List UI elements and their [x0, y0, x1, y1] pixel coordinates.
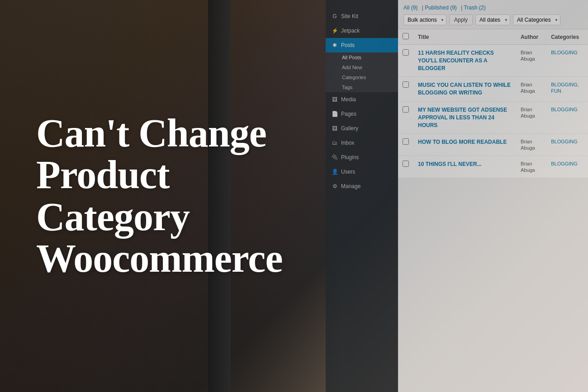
filter-bar: All (9) | Published (9) | Trash (2) Bulk… [398, 0, 588, 29]
title-line4: Woocommerce [36, 236, 282, 280]
post-author: Brian Abuga [521, 50, 535, 61]
row-title-cell: MY NEW WEBSITE GOT ADSENSE APPROVAL IN L… [413, 101, 516, 133]
row-checkbox-cell [398, 77, 413, 102]
filter-actions: Bulk actions Apply All dates All Categor… [403, 14, 583, 25]
all-dates-wrap: All dates [475, 14, 510, 25]
categories-header: Categories [546, 29, 588, 45]
row-categories-cell: BLOGGING [546, 156, 588, 178]
table-header-row: Title Author Categories [398, 29, 588, 45]
posts-table: Title Author Categories 11 HARSH REALITY… [398, 29, 588, 178]
filter-tabs: All (9) | Published (9) | Trash (2) [403, 5, 583, 11]
bulk-actions-wrap: Bulk actions [403, 14, 446, 25]
post-author: Brian Abuga [521, 161, 535, 173]
wp-main-content: All (9) | Published (9) | Trash (2) Bulk… [398, 0, 588, 392]
title-line1: Can't Change [36, 111, 266, 155]
submenu-tags[interactable]: Tags [337, 82, 398, 92]
filter-published[interactable]: Published (9) [425, 5, 457, 11]
table-row: HOW TO BLOG MORE READABLE Brian Abuga BL… [398, 134, 588, 156]
row-checkbox[interactable] [403, 106, 409, 113]
wordpress-screen: G Site Kit ⚡ Jetpack ✱ Posts All Posts A… [326, 0, 588, 392]
row-categories-cell: BLOGGING [546, 45, 588, 77]
submenu-categories[interactable]: Categories [337, 72, 398, 82]
table-row: 10 THINGS I'LL NEVER... Brian Abuga BLOG… [398, 156, 588, 178]
row-checkbox-cell [398, 101, 413, 133]
post-title[interactable]: 10 THINGS I'LL NEVER... [418, 161, 482, 167]
row-categories-cell: BLOGGING [546, 101, 588, 133]
row-checkbox-cell [398, 156, 413, 178]
post-category[interactable]: BLOGGING [551, 139, 578, 144]
post-author: Brian Abuga [521, 139, 535, 151]
submenu-add-new[interactable]: Add New [337, 62, 398, 72]
apply-button[interactable]: Apply [449, 14, 473, 25]
title-line2: Product [36, 153, 169, 197]
title-header: Title [413, 29, 516, 45]
post-category[interactable]: BLOGGING [551, 107, 578, 112]
post-category[interactable]: BLOGGING, FUN [551, 82, 579, 94]
post-category[interactable]: BLOGGING [551, 161, 578, 166]
row-categories-cell: BLOGGING [546, 134, 588, 156]
table-row: MUSIC YOU CAN LISTEN TO WHILE BLOGGING O… [398, 77, 588, 102]
post-author: Brian Abuga [521, 107, 535, 118]
all-dates-select[interactable]: All dates [475, 14, 510, 25]
row-categories-cell: BLOGGING, FUN [546, 77, 588, 102]
post-title[interactable]: MY NEW WEBSITE GOT ADSENSE APPROVAL IN L… [418, 107, 507, 128]
row-author-cell: Brian Abuga [516, 101, 546, 133]
row-author-cell: Brian Abuga [516, 77, 546, 102]
post-category[interactable]: BLOGGING [551, 50, 578, 55]
row-title-cell: HOW TO BLOG MORE READABLE [413, 134, 516, 156]
post-title[interactable]: 11 HARSH REALITY CHECKS YOU'LL ENCOUNTER… [418, 50, 494, 71]
post-title[interactable]: HOW TO BLOG MORE READABLE [418, 139, 507, 145]
title-line3: Category [36, 195, 190, 239]
post-title[interactable]: MUSIC YOU CAN LISTEN TO WHILE BLOGGING O… [418, 82, 511, 96]
row-checkbox[interactable] [403, 49, 409, 56]
filter-all[interactable]: All (9) [403, 5, 417, 11]
table-row: MY NEW WEBSITE GOT ADSENSE APPROVAL IN L… [398, 101, 588, 133]
row-checkbox[interactable] [403, 138, 409, 145]
row-checkbox-cell [398, 134, 413, 156]
row-author-cell: Brian Abuga [516, 45, 546, 77]
select-all-checkbox[interactable] [403, 33, 409, 39]
main-title: Can't Change Product Category Woocommerc… [36, 113, 282, 280]
row-title-cell: MUSIC YOU CAN LISTEN TO WHILE BLOGGING O… [413, 77, 516, 102]
row-title-cell: 10 THINGS I'LL NEVER... [413, 156, 516, 178]
select-all-header [398, 29, 413, 45]
filter-trash[interactable]: Trash (2) [464, 5, 485, 11]
bulk-actions-select[interactable]: Bulk actions [403, 14, 446, 25]
table-row: 11 HARSH REALITY CHECKS YOU'LL ENCOUNTER… [398, 45, 588, 77]
row-checkbox[interactable] [403, 81, 409, 88]
post-author: Brian Abuga [521, 82, 535, 94]
row-checkbox[interactable] [403, 161, 409, 167]
overlay-text-container: Can't Change Product Category Woocommerc… [0, 0, 339, 392]
submenu-all-posts[interactable]: All Posts [337, 52, 398, 62]
row-author-cell: Brian Abuga [516, 156, 546, 178]
author-header: Author [516, 29, 546, 45]
row-checkbox-cell [398, 45, 413, 77]
all-categories-select[interactable]: All Categories [513, 14, 560, 25]
row-title-cell: 11 HARSH REALITY CHECKS YOU'LL ENCOUNTER… [413, 45, 516, 77]
row-author-cell: Brian Abuga [516, 134, 546, 156]
all-categories-wrap: All Categories [513, 14, 560, 25]
